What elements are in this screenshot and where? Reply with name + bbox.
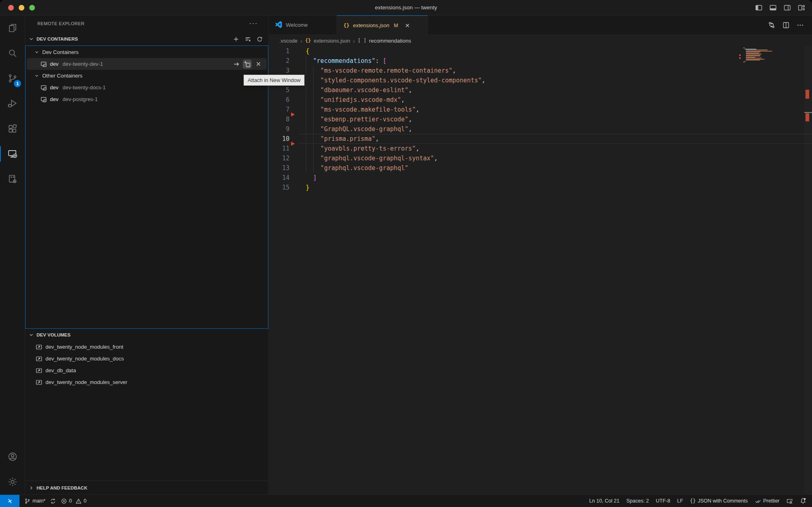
problems-status[interactable]: 0 0 [61,498,86,504]
new-container-plus-icon[interactable] [233,36,239,42]
toggle-panel-icon[interactable] [769,4,777,12]
section-dev-containers[interactable]: DEV CONTAINERS [25,33,268,45]
language-mode-status[interactable]: {} JSON with Comments [690,498,747,504]
activity-explorer-icon[interactable] [0,15,25,41]
indentation-status[interactable]: Spaces: 2 [626,498,649,504]
line-content: "prisma.prisma", [306,134,379,144]
line-content: "GraphQL.vscode-graphql", [306,124,412,134]
customize-layout-icon[interactable] [797,4,806,12]
activity-bar: 1 [0,15,25,494]
container-row-dev-twenty-dev-1[interactable]: dev dev-twenty-dev-1 [27,58,267,70]
formatter-status[interactable]: Prettier [755,498,780,504]
line-number: 5 [269,85,289,95]
tree-group-other-containers[interactable]: Other Containers [27,70,267,82]
remote-indicator[interactable] [0,495,19,507]
toggle-secondary-sidebar-icon[interactable] [783,4,791,12]
sync-icon[interactable] [50,498,56,504]
container-row-dev-postgres-1[interactable]: dev dev-postgres-1 [27,93,267,105]
code-line-14[interactable]: 14 ] [269,173,812,183]
tab-welcome[interactable]: Welcome [269,15,337,35]
attach-in-new-window-icon[interactable] [243,60,252,69]
line-content: "ms-vscode-remote.remote-containers", [306,66,456,76]
overview-ruler[interactable] [804,46,812,494]
cursor-position-status[interactable]: Ln 10, Col 21 [589,498,619,504]
volume-name: dev_twenty_node_modules_front [45,344,123,350]
activity-search-icon[interactable] [0,41,25,66]
code-line-5[interactable]: 5 "dbaeumer.vscode-eslint", [269,85,812,95]
chevron-down-icon [34,50,39,55]
code-line-12[interactable]: 12 "graphql.vscode-graphql-syntax", [269,153,812,163]
activity-extensions-icon[interactable] [0,116,25,141]
minimap-line [746,54,762,54]
json-braces-icon: {} [343,23,349,28]
minimap[interactable] [739,47,804,76]
line-content: "recommendations": [ [306,56,387,66]
stop-container-icon[interactable] [254,60,263,69]
container-icon [41,84,47,91]
warnings-icon [76,498,82,504]
settings-gear-icon[interactable] [0,469,25,494]
eol-status[interactable]: LF [677,498,683,504]
volume-row[interactable]: dev_twenty_node_modules_docs [25,353,268,365]
code-line-15[interactable]: 15} [269,183,812,192]
code-line-1[interactable]: 1{ [269,46,812,56]
code-line-11[interactable]: 11 "yoavbls.pretty-ts-errors", [269,144,812,153]
volume-row[interactable]: dev_db_data [25,365,268,376]
code-line-6[interactable]: 6 "unifiedjs.vscode-mdx", [269,95,812,105]
line-content: ] [306,173,317,183]
container-description: dev-twenty-docs-1 [63,84,106,91]
breadcrumb-symbol[interactable]: recommendations [369,38,411,44]
activity-remote-explorer-icon[interactable] [0,141,25,166]
refresh-icon[interactable] [257,36,263,42]
code-line-3[interactable]: 3 "ms-vscode-remote.remote-containers", [269,66,812,76]
git-branch-status[interactable]: main* [24,498,56,504]
volume-name: dev_twenty_node_modules_server [45,379,127,385]
volume-row[interactable]: dev_twenty_node_modules_front [25,341,268,353]
code-line-2[interactable]: 2 "recommendations": [ [269,56,812,66]
split-editor-icon[interactable] [782,22,790,29]
open-changes-icon[interactable] [768,21,775,29]
line-content: } [306,183,309,192]
vscode-logo-icon [275,21,282,29]
attach-to-container-icon[interactable] [232,60,241,69]
toggle-primary-sidebar-icon[interactable] [755,4,763,12]
overview-ruler-marker [806,90,809,99]
code-line-10[interactable]: 10 "prisma.prisma", [269,134,812,144]
feedback-icon[interactable] [786,498,793,504]
container-row-dev-twenty-docs-1[interactable]: dev dev-twenty-docs-1 [27,82,267,93]
activity-source-control-icon[interactable]: 1 [0,66,25,91]
sidebar-more-actions-icon[interactable]: ··· [249,22,258,26]
accounts-icon[interactable] [0,444,25,469]
modified-badge: M [394,23,398,28]
line-number: 10 [269,134,289,144]
chevron-down-icon[interactable] [28,332,34,338]
line-number: 6 [269,95,289,105]
container-icon [41,96,47,103]
chevron-down-icon[interactable] [28,36,34,42]
breadcrumb-file[interactable]: extensions.json [314,38,350,44]
clear-list-icon[interactable] [245,36,251,42]
code-line-7[interactable]: 7 "ms-vscode.makefile-tools", [269,105,812,114]
tree-group-dev-containers[interactable]: Dev Containers [27,46,267,58]
volume-icon [36,379,42,386]
code-line-8[interactable]: 8 "esbenp.prettier-vscode", [269,114,812,124]
notifications-bell-icon[interactable] [800,498,806,504]
branch-name: main* [32,498,45,504]
encoding-status[interactable]: UTF-8 [656,498,670,504]
code-line-9[interactable]: 9 "GraphQL.vscode-graphql", [269,124,812,134]
more-actions-icon[interactable] [797,22,804,29]
volume-row[interactable]: dev_twenty_node_modules_server [25,376,268,388]
warning-count: 0 [84,498,86,504]
section-help-and-feedback[interactable]: HELP AND FEEDBACK [25,481,268,494]
activity-container-tools-icon[interactable] [0,166,25,192]
section-dev-volumes[interactable]: DEV VOLUMES [25,329,268,341]
code-editor[interactable]: 1{2 "recommendations": [3 "ms-vscode-rem… [269,46,812,494]
code-line-4[interactable]: 4 "styled-components.vscode-styled-compo… [269,76,812,85]
breadcrumb-folder[interactable]: .vscode [279,38,298,44]
activity-run-debug-icon[interactable] [0,91,25,116]
source-control-badge: 1 [14,80,21,87]
close-tab-icon[interactable]: ✕ [405,23,410,28]
overview-ruler-divider [804,112,812,113]
code-line-13[interactable]: 13 "graphql.vscode-graphql" [269,163,812,173]
tab-extensions-json[interactable]: {} extensions.json M ✕ [337,15,428,35]
